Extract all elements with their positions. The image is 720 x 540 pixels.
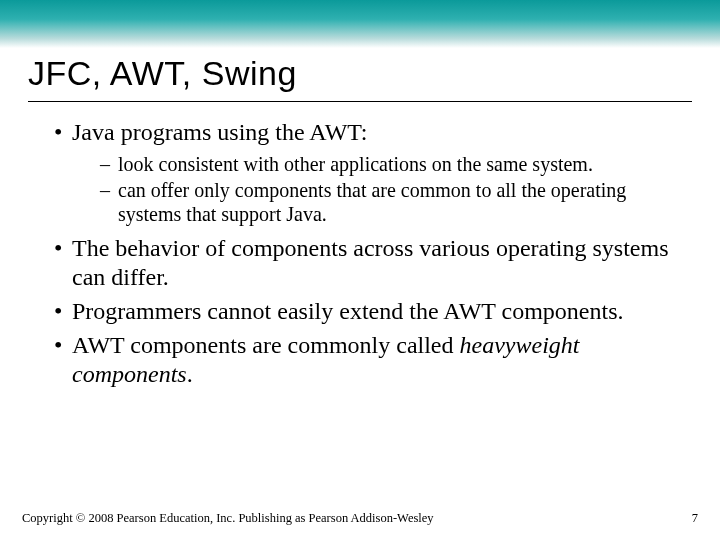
- sub-bullet-text: look consistent with other applications …: [118, 153, 593, 175]
- bullet-text-suffix: .: [187, 361, 193, 387]
- list-item: The behavior of components across variou…: [54, 234, 684, 291]
- list-item: look consistent with other applications …: [100, 152, 684, 176]
- copyright-text: Copyright © 2008 Pearson Education, Inc.…: [22, 511, 434, 526]
- bullet-text: The behavior of components across variou…: [72, 235, 669, 289]
- bullet-list: Java programs using the AWT: look consis…: [36, 118, 684, 388]
- list-item: AWT components are commonly called heavy…: [54, 331, 684, 388]
- title-area: JFC, AWT, Swing: [0, 48, 720, 97]
- page-number: 7: [692, 511, 698, 526]
- list-item: can offer only components that are commo…: [100, 178, 684, 226]
- list-item: Programmers cannot easily extend the AWT…: [54, 297, 684, 325]
- list-item: Java programs using the AWT: look consis…: [54, 118, 684, 226]
- bullet-text: Java programs using the AWT:: [72, 119, 368, 145]
- sub-bullet-text: can offer only components that are commo…: [118, 179, 626, 225]
- footer: Copyright © 2008 Pearson Education, Inc.…: [22, 511, 698, 526]
- bullet-text-prefix: AWT components are commonly called: [72, 332, 460, 358]
- slide-content: Java programs using the AWT: look consis…: [0, 102, 720, 388]
- sub-bullet-list: look consistent with other applications …: [72, 152, 684, 226]
- slide-title: JFC, AWT, Swing: [28, 54, 692, 93]
- header-gradient: [0, 0, 720, 48]
- bullet-text: Programmers cannot easily extend the AWT…: [72, 298, 624, 324]
